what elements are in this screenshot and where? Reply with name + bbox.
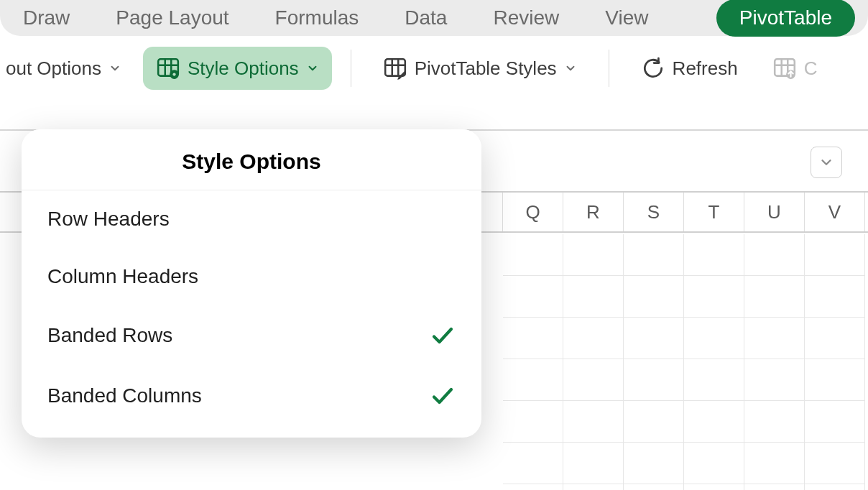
tab-pivottable[interactable]: PivotTable [716,0,855,37]
style-options-button[interactable]: Style Options [143,47,332,90]
refresh-label: Refresh [673,57,738,80]
tab-draw[interactable]: Draw [0,0,93,36]
option-label: Column Headers [47,265,198,288]
refresh-button[interactable]: Refresh [628,47,751,90]
column-header[interactable]: U [744,193,805,231]
chevron-down-icon [108,62,121,75]
grid-cell[interactable] [684,318,744,359]
tab-review[interactable]: Review [470,0,582,36]
grid-cell[interactable] [684,276,744,318]
grid-cell[interactable] [684,401,744,443]
checkmark-icon [430,383,456,409]
style-option-row-headers[interactable]: Row Headers [22,190,481,248]
style-option-banded-columns[interactable]: Banded Columns [22,366,481,426]
grid-cell[interactable] [684,359,744,401]
grid-cell[interactable] [624,234,684,276]
formula-bar-expand[interactable] [811,147,842,178]
tab-formulas[interactable]: Formulas [252,0,382,36]
style-options-label: Style Options [188,57,299,80]
grid-cell[interactable] [805,234,865,276]
grid-cell[interactable] [563,401,624,443]
option-label: Banded Columns [47,384,202,407]
grid-cell[interactable] [744,276,805,318]
grid-cell[interactable] [744,359,805,401]
grid-cell[interactable] [563,318,624,359]
spreadsheet-grid [503,234,868,490]
grid-cell[interactable] [744,484,805,490]
tab-view[interactable]: View [582,0,671,36]
tab-page-layout[interactable]: Page Layout [93,0,251,36]
popover-title: Style Options [22,129,481,190]
column-header[interactable]: R [563,193,624,231]
grid-cell[interactable] [563,484,624,490]
grid-cell[interactable] [684,234,744,276]
grid-cell[interactable] [624,276,684,318]
refresh-icon [641,56,665,80]
ribbon-tabs: Draw Page Layout Formulas Data Review Vi… [0,0,868,36]
grid-row [503,234,868,276]
grid-cell[interactable] [563,276,624,318]
grid-cell[interactable] [503,318,563,359]
grid-row [503,443,868,484]
grid-cell[interactable] [805,401,865,443]
grid-cell[interactable] [805,318,865,359]
toolbar: out Options Style Options [0,36,868,101]
grid-cell[interactable] [624,401,684,443]
grid-cell[interactable] [624,443,684,484]
grid-cell[interactable] [805,484,865,490]
grid-cell[interactable] [805,276,865,318]
separator [351,50,351,87]
option-label: Row Headers [47,208,170,231]
change-source-label: C [804,57,818,80]
tab-data[interactable]: Data [382,0,470,36]
table-gear-icon [156,56,180,80]
grid-cell[interactable] [624,318,684,359]
grid-row [503,484,868,490]
grid-row [503,318,868,359]
grid-cell[interactable] [503,401,563,443]
grid-cell[interactable] [503,234,563,276]
chevron-down-icon [818,154,834,170]
grid-cell[interactable] [744,443,805,484]
chevron-down-icon [564,62,577,75]
separator [609,50,609,87]
grid-row [503,276,868,318]
grid-cell[interactable] [563,443,624,484]
grid-cell[interactable] [744,401,805,443]
column-header[interactable]: Q [503,193,563,231]
grid-row [503,401,868,443]
svg-rect-6 [385,59,405,75]
column-header[interactable]: S [624,193,684,231]
grid-cell[interactable] [805,359,865,401]
table-up-icon [772,56,797,80]
grid-cell[interactable] [744,234,805,276]
grid-cell[interactable] [503,484,563,490]
grid-cell[interactable] [563,234,624,276]
table-pencil-icon [383,56,407,80]
grid-cell[interactable] [563,359,624,401]
grid-cell[interactable] [624,484,684,490]
option-label: Banded Rows [47,324,172,347]
grid-cell[interactable] [624,359,684,401]
grid-cell[interactable] [684,443,744,484]
style-options-popover: Style Options Row Headers Column Headers… [22,129,481,438]
change-source-button[interactable]: C [760,47,818,90]
pivottable-styles-label: PivotTable Styles [415,57,557,80]
chevron-down-icon [306,62,319,75]
grid-row [503,359,868,401]
grid-cell[interactable] [503,359,563,401]
grid-cell[interactable] [503,276,563,318]
style-option-column-headers[interactable]: Column Headers [22,248,481,305]
layout-options-label: out Options [6,57,101,80]
column-header[interactable]: V [805,193,865,231]
column-header[interactable]: T [684,193,744,231]
checkmark-icon [430,323,456,348]
svg-point-5 [172,73,175,75]
style-option-banded-rows[interactable]: Banded Rows [22,305,481,366]
grid-cell[interactable] [744,318,805,359]
grid-cell[interactable] [805,443,865,484]
layout-options-button[interactable]: out Options [0,47,134,90]
grid-cell[interactable] [503,443,563,484]
pivottable-styles-button[interactable]: PivotTable Styles [370,47,590,90]
grid-cell[interactable] [684,484,744,490]
